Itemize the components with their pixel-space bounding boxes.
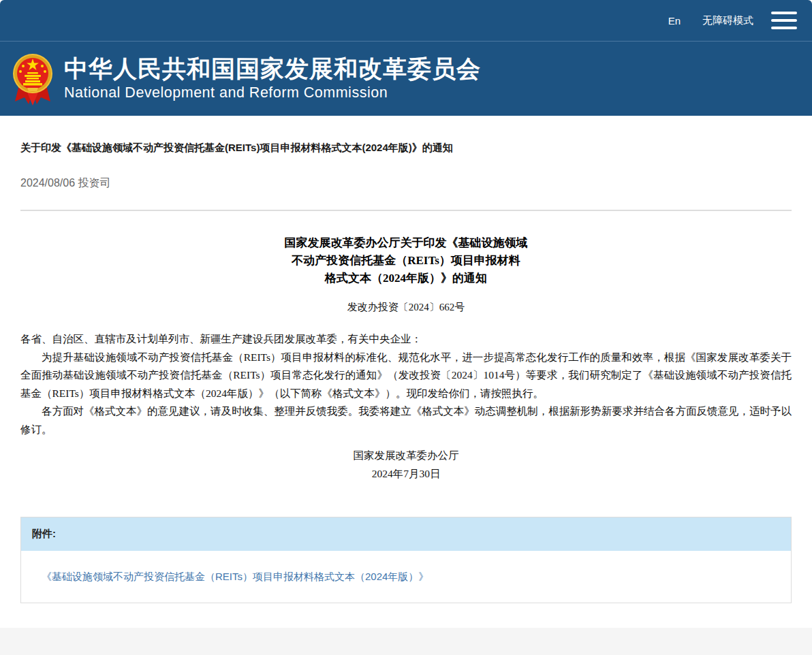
document-title: 国家发展改革委办公厅关于印发《基础设施领域 不动产投资信托基金（REITs）项目… bbox=[20, 234, 792, 287]
org-name-zh: 中华人民共和国国家发展和改革委员会 bbox=[64, 56, 481, 82]
hamburger-bar bbox=[771, 19, 797, 22]
page-title: 关于印发《基础设施领域不动产投资信托基金(REITs)项目申报材料格式文本(20… bbox=[20, 142, 792, 155]
site-brand[interactable]: 中华人民共和国国家发展和改革委员会 National Development a… bbox=[64, 56, 481, 101]
english-link[interactable]: En bbox=[668, 15, 681, 27]
signature-block: 国家发展改革委办公厅 2024年7月30日 bbox=[20, 447, 792, 483]
document-title-line: 格式文本（2024年版）》的通知 bbox=[20, 270, 792, 287]
attachment-link[interactable]: 《基础设施领域不动产投资信托基金（REITs）项目申报材料格式文本（2024年版… bbox=[42, 571, 428, 582]
article-meta: 2024/08/06 投资司 bbox=[20, 176, 792, 191]
attachment-section: 附件: 《基础设施领域不动产投资信托基金（REITs）项目申报材料格式文本（20… bbox=[20, 517, 792, 603]
top-utility-bar: En 无障碍模式 bbox=[0, 0, 812, 41]
document-title-line: 国家发展改革委办公厅关于印发《基础设施领域 bbox=[20, 234, 792, 252]
paragraph: 各方面对《格式文本》的意见建议，请及时收集、整理并反馈我委。我委将建立《格式文本… bbox=[20, 402, 792, 438]
signature-date: 2024年7月30日 bbox=[20, 465, 792, 483]
document-title-line: 不动产投资信托基金（REITs）项目申报材料 bbox=[20, 252, 792, 270]
attachment-header: 附件: bbox=[21, 517, 791, 551]
paragraph: 为提升基础设施领域不动产投资信托基金（REITs）项目申报材料的标准化、规范化水… bbox=[20, 349, 792, 403]
salutation: 各省、自治区、直辖市及计划单列市、新疆生产建设兵团发展改革委，有关中央企业： bbox=[20, 330, 792, 349]
china-national-emblem-icon[interactable] bbox=[11, 52, 54, 108]
page-footer bbox=[0, 628, 812, 655]
divider bbox=[20, 210, 792, 211]
article-content: 关于印发《基础设施领域不动产投资信托基金(REITs)项目申报材料格式文本(20… bbox=[0, 142, 812, 483]
hamburger-bar bbox=[771, 12, 797, 14]
footer-spacer bbox=[0, 603, 812, 628]
signature-org: 国家发展改革委办公厅 bbox=[20, 447, 792, 465]
hamburger-bar bbox=[771, 27, 797, 29]
publish-department: 投资司 bbox=[78, 177, 111, 189]
org-name-en: National Development and Reform Commissi… bbox=[64, 84, 481, 101]
hamburger-menu-icon[interactable] bbox=[771, 12, 797, 29]
document-number: 发改办投资〔2024〕662号 bbox=[20, 301, 792, 314]
attachment-list: 《基础设施领域不动产投资信托基金（REITs）项目申报材料格式文本（2024年版… bbox=[21, 551, 791, 603]
publish-date: 2024/08/06 bbox=[20, 177, 75, 189]
site-banner: 中华人民共和国国家发展和改革委员会 National Development a… bbox=[0, 41, 812, 116]
accessibility-mode-link[interactable]: 无障碍模式 bbox=[702, 14, 753, 27]
document-body: 各省、自治区、直辖市及计划单列市、新疆生产建设兵团发展改革委，有关中央企业： 为… bbox=[20, 330, 792, 438]
